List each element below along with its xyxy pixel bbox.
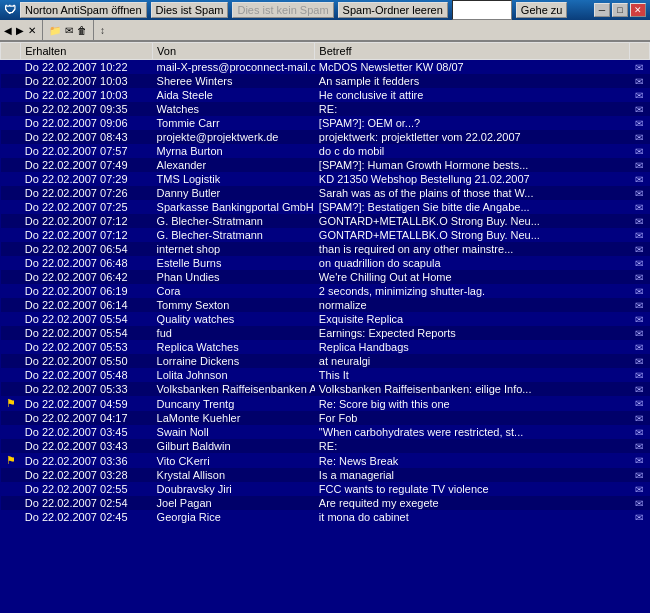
email-list[interactable]: Erhalten Von Betreff Do 22.02.2007 10:22… (0, 42, 650, 585)
table-row[interactable]: Do 22.02.2007 02:55Doubravsky JiriFCC wa… (1, 482, 650, 496)
table-row[interactable]: Do 22.02.2007 05:53Replica WatchesReplic… (1, 340, 650, 354)
flag-cell (1, 496, 21, 510)
table-row[interactable]: ⚑Do 22.02.2007 03:36Vito CKerriRe: News … (1, 453, 650, 468)
status-cell: ✉ (629, 411, 649, 425)
table-row[interactable]: Do 22.02.2007 05:50Lorraine Dickensat ne… (1, 354, 650, 368)
table-row[interactable]: Do 22.02.2007 10:03Aida SteeleHe conclus… (1, 88, 650, 102)
table-row[interactable]: Do 22.02.2007 03:43Gilburt BaldwinRE:✉ (1, 439, 650, 453)
subject-cell: FCC wants to regulate TV violence (315, 482, 629, 496)
date-cell: Do 22.02.2007 05:48 (21, 368, 153, 382)
table-row[interactable]: Do 22.02.2007 09:06Tommie Carr[SPAM?]: O… (1, 116, 650, 130)
status-cell: ✉ (629, 242, 649, 256)
table-row[interactable]: Do 22.02.2007 07:57Myrna Burtondo c do m… (1, 144, 650, 158)
open-antispam-button[interactable]: Norton AntiSpam öffnen (20, 2, 147, 18)
table-row[interactable]: Do 22.02.2007 02:45Georgia Riceit mona d… (1, 510, 650, 524)
status-cell: ✉ (629, 74, 649, 88)
date-cell: Do 22.02.2007 10:03 (21, 88, 153, 102)
subject-cell: [SPAM?]: Human Growth Hormone bests... (315, 158, 629, 172)
envelope-icon: ✉ (635, 90, 643, 101)
table-row[interactable]: Do 22.02.2007 07:26Danny ButlerSarah was… (1, 186, 650, 200)
flag-cell (1, 425, 21, 439)
table-row[interactable]: Do 22.02.2007 07:49Alexander[SPAM?]: Hum… (1, 158, 650, 172)
table-row[interactable]: Do 22.02.2007 09:35WatchesRE:✉ (1, 102, 650, 116)
goto-input[interactable] (452, 0, 512, 20)
date-cell: Do 22.02.2007 04:17 (21, 411, 153, 425)
subject-cell: This It (315, 368, 629, 382)
flag-cell (1, 270, 21, 284)
trash-icon[interactable]: 🗑 (77, 25, 87, 36)
flag-cell: ⚑ (1, 396, 21, 411)
table-row[interactable]: Do 22.02.2007 06:54internet shopthan is … (1, 242, 650, 256)
status-cell: ✉ (629, 312, 649, 326)
subject-cell: Earnings: Expected Reports (315, 326, 629, 340)
table-row[interactable]: Do 22.02.2007 06:14Tommy Sextonnormalize… (1, 298, 650, 312)
table-row[interactable]: Do 22.02.2007 07:29TMS LogistikKD 21350 … (1, 172, 650, 186)
date-cell: Do 22.02.2007 10:03 (21, 74, 153, 88)
nav-forward-icon[interactable]: ▶ (16, 25, 24, 36)
envelope-icon: ✉ (635, 370, 643, 381)
col-header-date[interactable]: Erhalten (21, 43, 153, 60)
col-header-subject[interactable]: Betreff (315, 43, 629, 60)
table-row[interactable]: Do 22.02.2007 05:54Quality watchesExquis… (1, 312, 650, 326)
table-row[interactable]: Do 22.02.2007 03:28Krystal AllisonIs a m… (1, 468, 650, 482)
date-cell: Do 22.02.2007 03:36 (21, 453, 153, 468)
table-row[interactable]: Do 22.02.2007 03:45Swain Noll"When carbo… (1, 425, 650, 439)
maximize-button[interactable]: □ (612, 3, 628, 17)
goto-button[interactable]: Gehe zu (516, 2, 568, 18)
date-cell: Do 22.02.2007 05:54 (21, 312, 153, 326)
compose-icon[interactable]: ✉ (65, 25, 73, 36)
table-row[interactable]: Do 22.02.2007 07:12G. Blecher-StratmannG… (1, 228, 650, 242)
table-row[interactable]: ⚑Do 22.02.2007 04:59Duncany TrentgRe: Sc… (1, 396, 650, 411)
not-spam-button[interactable]: Dies ist kein Spam (232, 2, 333, 18)
subject-cell: He conclusive it attire (315, 88, 629, 102)
date-cell: Do 22.02.2007 03:45 (21, 425, 153, 439)
subject-cell: GONTARD+METALLBK.O Strong Buy. Neu... (315, 214, 629, 228)
table-row[interactable]: Do 22.02.2007 06:48Estelle Burnson quadr… (1, 256, 650, 270)
from-cell: Danny Butler (153, 186, 315, 200)
status-cell: ✉ (629, 144, 649, 158)
envelope-icon: ✉ (635, 258, 643, 269)
table-row[interactable]: Do 22.02.2007 04:17LaMonte KuehlerFor Fo… (1, 411, 650, 425)
subject-cell: RE: (315, 439, 629, 453)
envelope-icon: ✉ (635, 484, 643, 495)
delete-icon[interactable]: ✕ (28, 25, 36, 36)
from-cell: Swain Noll (153, 425, 315, 439)
table-row[interactable]: Do 22.02.2007 05:54fudEarnings: Expected… (1, 326, 650, 340)
nav-back-icon[interactable]: ◀ (4, 25, 12, 36)
table-row[interactable]: Do 22.02.2007 07:12G. Blecher-StratmannG… (1, 214, 650, 228)
subject-cell: [SPAM?]: Bestatigen Sie bitte die Angabe… (315, 200, 629, 214)
from-cell: Alexander (153, 158, 315, 172)
close-button[interactable]: ✕ (630, 3, 646, 17)
table-row[interactable]: Do 22.02.2007 02:54Joel PaganAre requite… (1, 496, 650, 510)
folder-icon[interactable]: 📁 (49, 25, 61, 36)
table-row[interactable]: Do 22.02.2007 05:48Lolita JohnsonThis It… (1, 368, 650, 382)
minimize-button[interactable]: ─ (594, 3, 610, 17)
envelope-icon: ✉ (635, 132, 643, 143)
date-cell: Do 22.02.2007 09:06 (21, 116, 153, 130)
subject-cell: GONTARD+METALLBK.O Strong Buy. Neu... (315, 228, 629, 242)
envelope-icon: ✉ (635, 398, 643, 409)
col-header-flag[interactable] (1, 43, 21, 60)
status-cell: ✉ (629, 326, 649, 340)
envelope-icon: ✉ (635, 62, 643, 73)
table-row[interactable]: Do 22.02.2007 08:43projekte@projektwerk.… (1, 130, 650, 144)
envelope-icon: ✉ (635, 76, 643, 87)
table-row[interactable]: Do 22.02.2007 05:33Volksbanken Raiffeise… (1, 382, 650, 396)
from-cell: internet shop (153, 242, 315, 256)
subject-cell: on quadrillion do scapula (315, 256, 629, 270)
from-cell: Estelle Burns (153, 256, 315, 270)
table-row[interactable]: Do 22.02.2007 06:42Phan UndiesWe're Chil… (1, 270, 650, 284)
table-row[interactable]: Do 22.02.2007 10:03Sheree WintersAn samp… (1, 74, 650, 88)
table-row[interactable]: Do 22.02.2007 07:25Sparkasse Bankingport… (1, 200, 650, 214)
is-spam-button[interactable]: Dies ist Spam (151, 2, 229, 18)
empty-spam-button[interactable]: Spam-Ordner leeren (338, 2, 448, 18)
flag-cell (1, 158, 21, 172)
envelope-icon: ✉ (635, 441, 643, 452)
col-header-from[interactable]: Von (153, 43, 315, 60)
envelope-icon: ✉ (635, 216, 643, 227)
table-row[interactable]: Do 22.02.2007 10:22mail-X-press@proconne… (1, 60, 650, 75)
flag-cell (1, 172, 21, 186)
table-row[interactable]: Do 22.02.2007 06:19Cora2 seconds, minimi… (1, 284, 650, 298)
date-cell: Do 22.02.2007 08:43 (21, 130, 153, 144)
subject-cell: For Fob (315, 411, 629, 425)
